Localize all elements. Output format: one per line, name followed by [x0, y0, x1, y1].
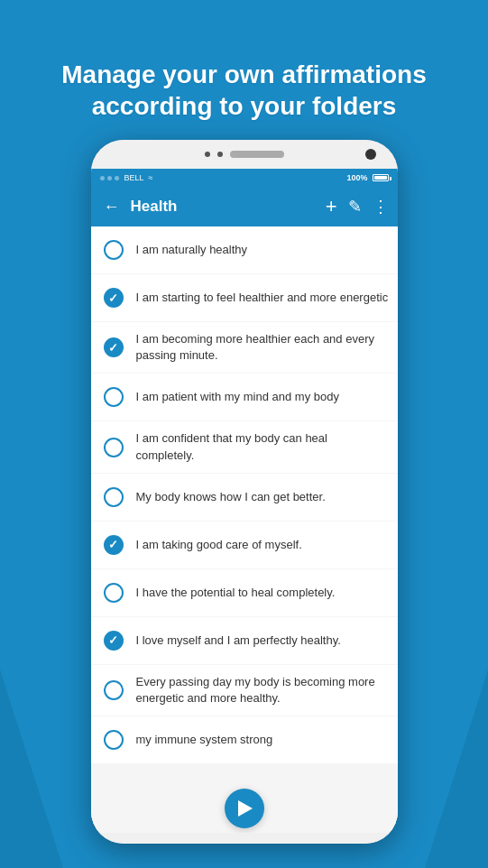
battery-label: 100%: [346, 173, 367, 182]
affirmation-text: my immune system strong: [136, 732, 389, 748]
signal-dot-1: [100, 176, 105, 180]
affirmation-text: Every passing day my body is becoming mo…: [136, 674, 389, 706]
checkbox[interactable]: [104, 680, 124, 700]
affirmation-text: I am starting to feel healthier and more…: [136, 290, 389, 306]
checkbox-area: [91, 631, 136, 651]
checkbox[interactable]: [104, 337, 124, 357]
list-item[interactable]: I am patient with my mind and my body: [91, 374, 398, 420]
affirmation-text: I am patient with my mind and my body: [136, 389, 389, 405]
add-button[interactable]: +: [326, 195, 337, 218]
checkbox-area: [91, 337, 136, 357]
phone-dot-2: [217, 152, 223, 157]
status-left: BELL ≈: [100, 173, 153, 182]
checkbox[interactable]: [104, 288, 124, 308]
checkbox-area: [91, 438, 136, 457]
battery-fill: [374, 176, 387, 180]
checkbox[interactable]: [104, 583, 124, 603]
phone-device: BELL ≈ 100% ← Health + ✎ ⋮ I am naturall…: [91, 140, 398, 844]
status-right: 100%: [346, 173, 388, 182]
app-bar-title: Health: [131, 198, 318, 216]
checkbox[interactable]: [104, 240, 124, 260]
checkbox-area: [91, 680, 136, 700]
list-item[interactable]: I am confident that my body can heal com…: [91, 421, 398, 472]
battery-icon: [373, 174, 389, 181]
checkbox-area: [91, 288, 136, 308]
affirmation-text: I am naturally healthy: [136, 242, 389, 258]
list-item[interactable]: I am becoming more healthier each and ev…: [91, 322, 398, 373]
affirmation-text: I am taking good care of myself.: [136, 537, 389, 553]
checkbox[interactable]: [104, 387, 124, 407]
carrier-label: BELL: [124, 173, 144, 182]
edit-button[interactable]: ✎: [348, 197, 362, 217]
checkbox-area: [91, 387, 136, 407]
list-item[interactable]: Every passing day my body is becoming mo…: [91, 665, 398, 716]
affirmation-text: I am becoming more healthier each and ev…: [136, 331, 389, 364]
phone-camera: [365, 149, 376, 160]
play-button[interactable]: [225, 789, 264, 828]
back-button[interactable]: ←: [100, 194, 124, 220]
status-bar: BELL ≈ 100%: [91, 169, 398, 187]
affirmation-text: I have the potential to heal completely.: [136, 585, 389, 601]
checkbox[interactable]: [104, 535, 124, 555]
list-item[interactable]: I have the potential to heal completely.: [91, 569, 398, 616]
phone-screen: BELL ≈ 100% ← Health + ✎ ⋮ I am naturall…: [91, 169, 398, 833]
signal-dot-2: [107, 176, 112, 180]
phone-top-bar: [91, 140, 398, 169]
header-title: Manage your own affirmations according t…: [27, 59, 461, 122]
affirmation-text: I am confident that my body can heal com…: [136, 430, 389, 463]
checkbox[interactable]: [104, 487, 124, 507]
wifi-icon: ≈: [149, 173, 153, 182]
checkbox-area: [91, 730, 136, 750]
list-item[interactable]: I am taking good care of myself.: [91, 522, 398, 568]
list-item[interactable]: My body knows how I can get better.: [91, 474, 398, 521]
play-icon: [238, 800, 253, 817]
affirmation-text: I love myself and I am perfectly healthy…: [136, 633, 389, 649]
checkbox-area: [91, 535, 136, 555]
list-item[interactable]: I love myself and I am perfectly healthy…: [91, 617, 398, 664]
list-item[interactable]: my immune system strong: [91, 716, 398, 763]
bottom-bar: [91, 784, 398, 833]
more-button[interactable]: ⋮: [373, 197, 389, 217]
phone-dot-1: [205, 152, 210, 157]
checkbox[interactable]: [104, 730, 124, 750]
checkbox-area: [91, 487, 136, 507]
affirmations-list: I am naturally healthyI am starting to f…: [91, 226, 398, 784]
checkbox-area: [91, 240, 136, 260]
signal-dot-3: [115, 176, 119, 180]
app-bar: ← Health + ✎ ⋮: [91, 187, 398, 226]
app-bar-actions: + ✎ ⋮: [326, 195, 389, 218]
checkbox[interactable]: [104, 438, 124, 457]
list-item[interactable]: I am naturally healthy: [91, 226, 398, 273]
affirmation-text: My body knows how I can get better.: [136, 489, 389, 505]
phone-bottom: [91, 833, 398, 844]
list-item[interactable]: I am starting to feel healthier and more…: [91, 274, 398, 321]
checkbox[interactable]: [104, 631, 124, 651]
checkbox-area: [91, 583, 136, 603]
phone-speaker: [230, 151, 284, 158]
